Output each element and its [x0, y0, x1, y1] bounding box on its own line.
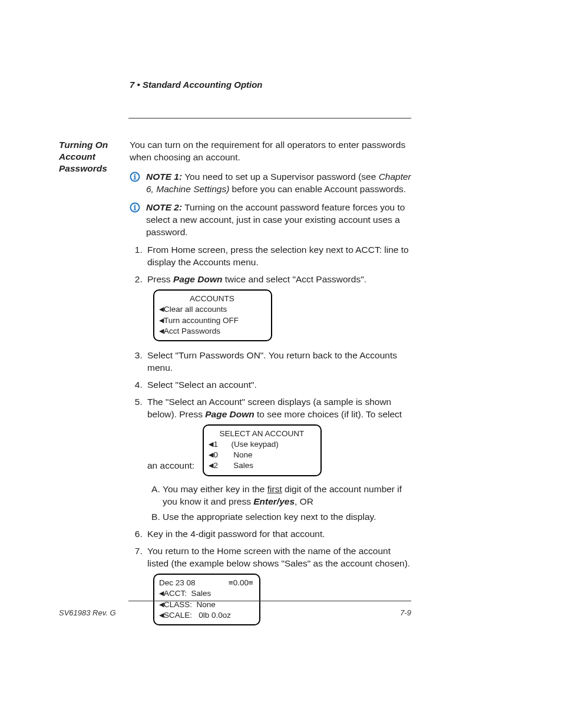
footer-right: 7-9	[400, 608, 411, 617]
substep-a: You may either key in the first digit of…	[163, 483, 411, 508]
screen-accounts-line3: ◀Acct Passwords	[159, 326, 265, 337]
screen-home: Dec 23 08 ≡0.00≡ ◀ACCT: Sales ◀CLASS: No…	[153, 574, 260, 625]
body-block: You can turn on the requirement for all …	[130, 139, 411, 629]
substeps-list: You may either key in the first digit of…	[147, 483, 411, 524]
running-chapter: 7 • Standard Accounting Option	[130, 80, 263, 90]
svg-point-6	[134, 205, 135, 206]
note-2-plain: Turning on the account password feature …	[146, 202, 405, 237]
content-area: Turning On Account Passwords You can tur…	[59, 139, 411, 634]
info-icon	[130, 172, 140, 182]
screen-select-account: SELECT AN ACCOUNT ◀1 (Use keypad) ◀0 Non…	[203, 424, 322, 476]
screen-select-title: SELECT AN ACCOUNT	[209, 429, 315, 439]
step-5: The "Select an Account" screen displays …	[145, 396, 411, 523]
substep-a-first: first	[267, 484, 282, 494]
step-2-key: Page Down	[173, 274, 223, 284]
svg-rect-8	[134, 206, 135, 207]
note-2-text: NOTE 2: Turning on the account password …	[146, 202, 411, 239]
screen-accounts-title: ACCOUNTS	[159, 294, 265, 304]
substep-a-enter: Enter/yes	[253, 496, 295, 506]
step-6-text: Key in the 4-digit password for that acc…	[147, 529, 325, 539]
substep-b-text: Use the appropriate selection key next t…	[163, 512, 376, 522]
left-arrow-icon: ◀	[159, 305, 164, 314]
footer-left: SV61983 Rev. G	[59, 608, 116, 617]
screen-accounts: ACCOUNTS ◀Clear all accounts ◀Turn accou…	[153, 289, 272, 341]
note-1: NOTE 1: You need to set up a Supervisor …	[130, 171, 411, 196]
left-arrow-icon: ◀	[209, 450, 213, 459]
note-1-label: NOTE 1:	[146, 172, 182, 182]
left-arrow-icon: ◀	[159, 327, 164, 335]
note-1-text: NOTE 1: You need to set up a Supervisor …	[146, 171, 411, 196]
step-2-a: Press	[147, 274, 173, 284]
info-icon	[130, 202, 140, 213]
substep-a-3: , OR	[295, 496, 313, 506]
screen-accounts-line1: ◀Clear all accounts	[159, 304, 265, 315]
running-head: 7 • Standard Accounting Option	[0, 80, 562, 90]
step-5-key: Page Down	[205, 409, 254, 419]
screen-home-line3: ◀SCALE: 0lb 0.0oz	[159, 610, 253, 621]
svg-point-1	[134, 174, 135, 175]
substep-a-1: You may either key in the	[163, 484, 267, 494]
screen-home-date: Dec 23 08	[159, 578, 196, 588]
note-2: NOTE 2: Turning on the account password …	[130, 202, 411, 239]
step-4: Select "Select an account".	[145, 379, 411, 391]
side-heading: Turning On Account Passwords	[59, 139, 124, 174]
svg-rect-4	[134, 179, 137, 179]
screen-select-line1: ◀1 (Use keypad)	[209, 439, 315, 450]
step-7: You return to the Home screen with the n…	[145, 545, 411, 629]
screen-home-amount: ≡0.00≡	[229, 578, 253, 588]
step-6: Key in the 4-digit password for that acc…	[145, 528, 411, 541]
step-3-text: Select "Turn Passwords ON". You return b…	[147, 350, 397, 373]
step-4-text: Select "Select an account".	[147, 380, 257, 390]
screen-accounts-line2: ◀Turn accounting OFF	[159, 315, 265, 326]
svg-rect-9	[134, 209, 137, 210]
step-3: Select "Turn Passwords ON". You return b…	[145, 350, 411, 374]
note-1-after: before you can enable Account passwords.	[229, 184, 406, 194]
step-1: From Home screen, press the selection ke…	[145, 244, 411, 269]
top-rule	[128, 118, 411, 118]
document-page: 7 • Standard Accounting Option Turning O…	[0, 0, 562, 728]
step-2: Press Page Down twice and select "Acct P…	[145, 274, 411, 345]
left-arrow-icon: ◀	[159, 589, 164, 598]
screen-select-line2: ◀0 None	[209, 450, 315, 460]
screen-home-top: Dec 23 08 ≡0.00≡	[159, 578, 253, 588]
steps-list: From Home screen, press the selection ke…	[130, 244, 411, 629]
step-1-text: From Home screen, press the selection ke…	[147, 245, 409, 267]
screen-select-line3: ◀2 Sales	[209, 460, 315, 471]
svg-rect-3	[134, 176, 135, 176]
left-arrow-icon: ◀	[209, 461, 213, 470]
left-arrow-icon: ◀	[159, 611, 164, 620]
intro-paragraph: You can turn on the requirement for all …	[130, 139, 411, 164]
step-7-text: You return to the Home screen with the n…	[147, 546, 410, 568]
step-2-c: twice and select "Acct Passwords".	[222, 274, 366, 284]
bottom-rule	[128, 601, 411, 601]
note-2-label: NOTE 2:	[146, 202, 182, 212]
left-arrow-icon: ◀	[159, 316, 164, 325]
substep-b: Use the appropriate selection key next t…	[163, 511, 411, 523]
note-1-before: You need to set up a Supervisor password…	[182, 172, 378, 182]
screen-home-line1: ◀ACCT: Sales	[159, 588, 253, 599]
left-arrow-icon: ◀	[209, 440, 213, 449]
